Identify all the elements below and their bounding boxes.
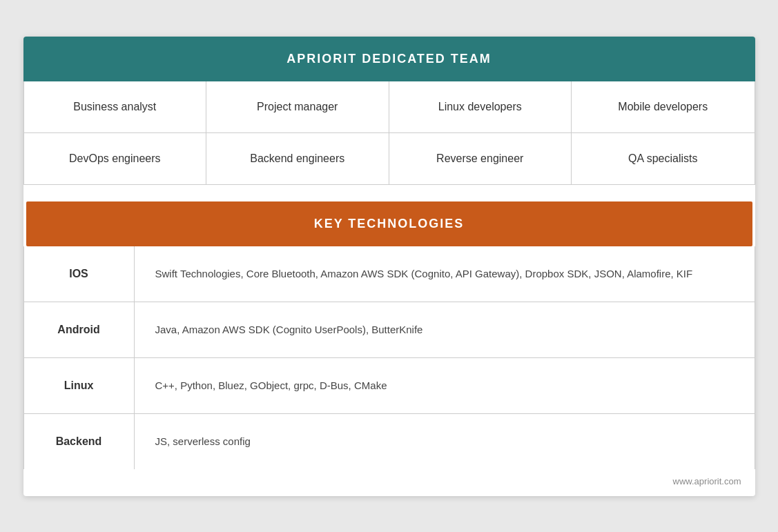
tech-label-linux: Linux <box>23 357 134 413</box>
team-cell-reverse-engineer: Reverse engineer <box>389 133 572 185</box>
team-cell-business-analyst: Business analyst <box>24 81 207 133</box>
team-cell-linux-developers: Linux developers <box>389 81 572 133</box>
tech-value-android: Java, Amazon AWS SDK (Cognito UserPools)… <box>134 302 755 357</box>
table-row-backend: Backend JS, serverless config <box>23 413 755 469</box>
team-cell-mobile-developers: Mobile developers <box>572 81 755 133</box>
tech-value-linux: C++, Python, Bluez, GObject, grpc, D-Bus… <box>134 357 755 413</box>
team-cell-qa-specialists: QA specialists <box>572 133 755 185</box>
tech-header: KEY TECHNOLOGIES <box>26 201 752 246</box>
watermark: www.apriorit.com <box>23 469 755 489</box>
main-card: APRIORIT DEDICATED TEAM Business analyst… <box>23 37 755 496</box>
tech-table: IOS Swift Technologies, Core Bluetooth, … <box>23 246 755 469</box>
team-cell-backend-engineers: Backend engineers <box>206 133 389 185</box>
tech-label-ios: IOS <box>23 246 134 302</box>
team-cell-devops-engineers: DevOps engineers <box>24 133 207 185</box>
tech-label-backend: Backend <box>23 413 134 469</box>
tech-value-backend: JS, serverless config <box>134 413 755 469</box>
table-row-android: Android Java, Amazon AWS SDK (Cognito Us… <box>23 302 755 357</box>
team-cell-project-manager: Project manager <box>206 81 389 133</box>
tech-label-android: Android <box>23 302 134 357</box>
section-spacer <box>23 185 755 201</box>
table-row-ios: IOS Swift Technologies, Core Bluetooth, … <box>23 246 755 302</box>
team-grid: Business analyst Project manager Linux d… <box>23 81 755 185</box>
table-row-linux: Linux C++, Python, Bluez, GObject, grpc,… <box>23 357 755 413</box>
team-header: APRIORIT DEDICATED TEAM <box>23 37 755 81</box>
tech-value-ios: Swift Technologies, Core Bluetooth, Amaz… <box>134 246 755 302</box>
